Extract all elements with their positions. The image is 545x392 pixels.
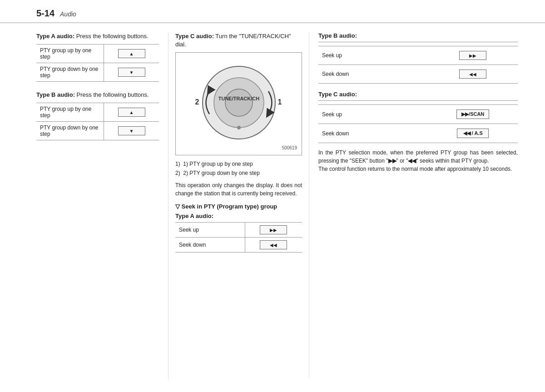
operation-text: This operation only changes the display.…	[175, 181, 302, 198]
col-middle: Type C audio: Turn the "TUNE/TRACK/CH" d…	[168, 32, 309, 379]
content-area: Type A audio: Press the following button…	[0, 23, 545, 388]
rewind-icon	[260, 240, 287, 249]
type-a-title-bold: Type A audio:	[36, 33, 74, 40]
scan-button-icon: ▶▶/SCAN	[456, 109, 489, 119]
dial-legend: 1) 1) PTY group up by one step 2) 2) PTY…	[175, 160, 302, 177]
dial-diagram: TUNE/TRACK/CH 1 2	[175, 52, 302, 155]
seek-c-row1-label: Seek up	[318, 105, 428, 124]
page-number: 5-14	[36, 8, 54, 19]
seek-a-row1-label: Seek up	[175, 222, 245, 237]
type-b-seek-table: Seek up Seek down	[318, 46, 518, 84]
type-a-title-rest: Press the following buttons.	[74, 33, 149, 40]
type-a-row1-btn	[104, 45, 159, 63]
table-row: PTY group down by one step	[36, 63, 159, 82]
page-header: 5-14 Audio	[0, 0, 545, 23]
type-c-right-title: Type C audio:	[318, 91, 518, 101]
dial-caption: 500619	[180, 145, 297, 150]
legend-item-1: 1) 1) PTY group up by one step	[175, 160, 302, 169]
svg-point-2	[225, 89, 253, 116]
page: 5-14 Audio Type A audio: Press the follo…	[0, 0, 545, 392]
type-a-row2-label: PTY group down by one step	[36, 63, 104, 82]
fast-forward-icon	[260, 225, 287, 234]
legend-item-2: 2) 2) PTY group down by one step	[175, 169, 302, 178]
table-row: Seek down ◀◀ / A.S	[318, 124, 518, 143]
note-text-part3: " seeks within that PTY group.	[416, 158, 489, 164]
type-a-table: PTY group up by one step PTY group down …	[36, 44, 159, 82]
seek-heading-text: ▽ Seek in PTY (Program type) group	[175, 203, 277, 210]
down-arrow-icon	[118, 126, 145, 135]
table-row: Seek down	[175, 237, 302, 252]
page-title: Audio	[60, 10, 76, 18]
type-b-row2-btn	[104, 122, 159, 140]
note-text-part2: " or "	[396, 158, 408, 164]
table-row: Seek up ▶▶/SCAN	[318, 105, 518, 124]
type-c-mid-title: Type C audio: Turn the "TUNE/TRACK/CH" d…	[175, 32, 302, 49]
type-a-row2-btn	[104, 63, 159, 82]
note-ff-symbol: ▶▶	[388, 158, 396, 164]
type-c-seek-table: Seek up ▶▶/SCAN Seek down ◀◀ / A.S	[318, 104, 518, 143]
seek-c-row2-btn: ◀◀ / A.S	[428, 124, 518, 143]
up-arrow-icon	[118, 49, 145, 58]
seek-type-a-table: Seek up Seek down	[175, 222, 302, 253]
type-b-row1-btn	[104, 103, 159, 122]
type-a-title: Type A audio: Press the following button…	[36, 32, 159, 40]
note-text-part4: The control function returns to the norm…	[318, 166, 512, 172]
type-b-right-title: Type B audio:	[318, 32, 518, 42]
down-arrow-icon	[118, 68, 145, 77]
col-right: Type B audio: Seek up Seek down Type C a…	[309, 32, 518, 379]
table-row: PTY group up by one step	[36, 103, 159, 122]
seek-b-row2-btn	[428, 65, 518, 84]
svg-text:1: 1	[277, 98, 282, 106]
seek-c-row2-label: Seek down	[318, 124, 428, 143]
rewind-icon	[459, 69, 486, 79]
table-row: PTY group up by one step	[36, 45, 159, 63]
table-row: Seek up	[175, 222, 302, 237]
as-button-icon: ◀◀ / A.S	[457, 129, 489, 138]
seek-a-row1-btn	[245, 222, 302, 237]
col-left: Type A audio: Press the following button…	[36, 32, 168, 379]
seek-section-heading: ▽ Seek in PTY (Program type) group	[175, 203, 302, 210]
type-b-left-title-bold: Type B audio:	[36, 91, 75, 98]
type-c-mid-title-bold: Type C audio:	[175, 33, 214, 40]
table-row: Seek up	[318, 46, 518, 65]
seek-c-row1-btn: ▶▶/SCAN	[428, 105, 518, 124]
seek-b-row1-label: Seek up	[318, 46, 428, 65]
type-b-row2-label: PTY group down by one step	[36, 122, 104, 140]
type-b-row1-label: PTY group up by one step	[36, 103, 104, 122]
table-row: Seek down	[318, 65, 518, 84]
type-b-table: PTY group up by one step PTY group down …	[36, 103, 159, 140]
type-b-left-title-rest: Press the following buttons.	[75, 91, 149, 98]
note-rew-symbol: ◀◀	[408, 158, 416, 164]
seek-b-row1-btn	[428, 46, 518, 65]
type-b-left-title: Type B audio: Press the following button…	[36, 91, 159, 99]
seek-type-a-subtitle: Type A audio:	[175, 213, 302, 219]
seek-a-row2-label: Seek down	[175, 237, 245, 252]
svg-text:TUNE/TRACK/CH: TUNE/TRACK/CH	[218, 96, 259, 101]
type-a-row1-label: PTY group up by one step	[36, 45, 104, 63]
dial-svg: TUNE/TRACK/CH 1 2	[184, 57, 293, 144]
seek-type-a-bold: Type A audio:	[175, 213, 213, 219]
note-text: In the PTY selection mode, when the pref…	[318, 149, 518, 173]
fast-forward-icon	[459, 51, 486, 60]
seek-a-row2-btn	[245, 237, 302, 252]
svg-text:2: 2	[195, 98, 199, 106]
table-row: PTY group down by one step	[36, 122, 159, 140]
svg-point-3	[237, 126, 241, 129]
up-arrow-icon	[118, 108, 145, 117]
seek-b-row2-label: Seek down	[318, 65, 428, 84]
